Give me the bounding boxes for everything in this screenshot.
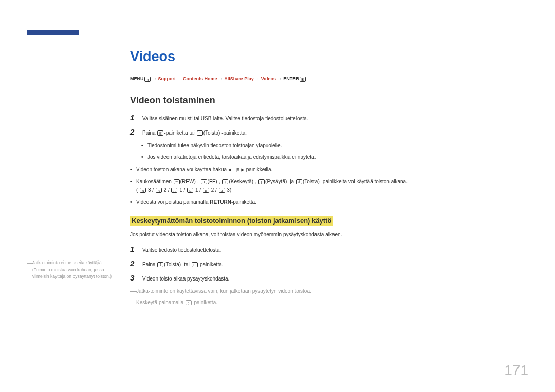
bc-allshare: AllShare Play	[224, 76, 254, 81]
play-icon: ∂	[296, 179, 302, 184]
highlight-heading: Keskeytymättömän toistotoiminnon (toisto…	[130, 216, 333, 226]
side-note: ― Jatka-toiminto ei tue useita käyttäjiä…	[27, 255, 115, 281]
main-content: Videos MENUm → Support → Contents Home →…	[130, 49, 528, 310]
header-divider	[130, 33, 528, 33]
step-text: Paina E-painiketta tai ∂(Toista) -painik…	[142, 127, 247, 137]
ff-icon: µ	[187, 188, 193, 193]
bullet-item: • Kaukosäätimen π(REW)-, µ(FF)-, ∑(Keske…	[130, 178, 528, 194]
step-2b: 2 Paina ∂(Toista)- tai E-painiketta.	[130, 259, 528, 268]
step-text: Videon toisto alkaa pysäytyskohdasta.	[142, 273, 229, 283]
inner-bullets: •Tiedostonimi tulee näkyviin tiedoston t…	[141, 142, 528, 161]
step-number: 3	[130, 273, 142, 283]
dash-icon: ―	[27, 259, 32, 266]
footnote: ― Jatka-toiminto on käytettävissä vain, …	[130, 288, 528, 295]
dash-icon: ―	[130, 299, 136, 306]
bullet-item: • Videon toiston aikana voi käyttää haku…	[130, 165, 528, 174]
side-note-text: Jatka-toiminto ei tue useita käyttäjiä. …	[32, 259, 115, 281]
paragraph: Jos poistut videosta toiston aikana, voi…	[130, 231, 528, 238]
step-number: 2	[130, 259, 142, 268]
stop-icon: ∫	[258, 179, 265, 184]
pause-icon: ∑	[186, 300, 192, 305]
rew-icon: π	[171, 188, 177, 193]
bc-videos: Videos	[261, 76, 276, 81]
bullet-item: • Videosta voi poistua painamalla RETURN…	[130, 198, 528, 207]
enter-icon: E	[192, 262, 198, 267]
step-1b: 1 Valitse tiedosto tiedostoluettelosta.	[130, 245, 528, 254]
page-title: Videos	[130, 49, 528, 65]
step-1: 1 Valitse sisäinen muisti tai USB-laite.…	[130, 113, 528, 122]
pause-icon: ∑	[222, 179, 228, 184]
step-text: Valitse sisäinen muisti tai USB-laite. V…	[142, 113, 308, 122]
enter-icon: E	[300, 77, 306, 82]
step-number: 1	[130, 113, 142, 122]
header-accent-bar	[27, 30, 79, 35]
breadcrumb: MENUm → Support → Contents Home → AllSha…	[130, 76, 528, 82]
step-number: 2	[130, 127, 142, 137]
outer-bullets: • Videon toiston aikana voi käyttää haku…	[130, 165, 528, 207]
footnote: ― Keskeytä painamalla ∑-painiketta.	[130, 299, 528, 306]
section-subtitle: Videon toistaminen	[130, 95, 528, 106]
bc-menu: MENU	[130, 76, 144, 81]
step-text: Paina ∂(Toista)- tai E-painiketta.	[142, 259, 224, 268]
rew-icon: π	[140, 188, 146, 193]
bc-enter: ENTER	[283, 76, 299, 81]
step-text: Valitse tiedosto tiedostoluettelosta.	[142, 245, 221, 254]
bullet-item: •Tiedostonimi tulee näkyviin tiedoston t…	[141, 142, 528, 150]
ff-icon: µ	[203, 188, 209, 193]
bc-support: Support	[158, 76, 176, 81]
ff-icon: µ	[201, 179, 207, 184]
play-icon: ∂	[197, 130, 203, 136]
ff-icon: µ	[219, 188, 225, 193]
step-number: 1	[130, 245, 142, 254]
enter-icon: E	[157, 130, 163, 136]
rew-icon: π	[156, 188, 162, 193]
play-icon: ∂	[157, 262, 163, 267]
step-3b: 3 Videon toisto alkaa pysäytyskohdasta.	[130, 273, 528, 283]
bc-contents-home: Contents Home	[183, 76, 217, 81]
rew-icon: π	[174, 179, 180, 184]
bullet-item: •Jos videon aikatietoja ei tiedetä, tois…	[141, 153, 528, 161]
menu-icon: m	[144, 77, 151, 82]
dash-icon: ―	[130, 288, 136, 294]
step-2: 2 Paina E-painiketta tai ∂(Toista) -pain…	[130, 127, 528, 137]
page-number: 171	[504, 362, 528, 379]
